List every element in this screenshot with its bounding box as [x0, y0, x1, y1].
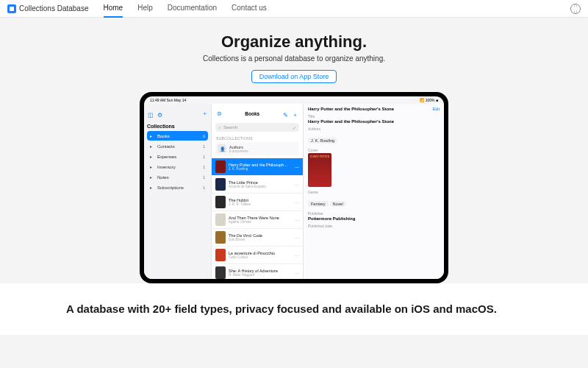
brand[interactable]: Collections Database	[7, 4, 89, 13]
nav-documentation[interactable]: Documentation	[168, 0, 217, 18]
brand-name: Collections Database	[19, 4, 89, 13]
author-chip[interactable]: J. K. Rowling	[308, 138, 337, 144]
book-cover-thumb	[215, 266, 226, 279]
add-item-icon[interactable]: +	[292, 112, 298, 118]
book-cover-thumb	[215, 178, 226, 191]
search-icon: ⌕	[218, 125, 221, 130]
book-row[interactable]: She: A History of AdventureH. Rider Hagg…	[212, 264, 303, 279]
more-icon[interactable]: ⋯	[295, 270, 299, 275]
language-icon[interactable]	[570, 4, 581, 14]
book-row[interactable]: The Little PrinceAntoine de Saint-Exupér…	[212, 176, 303, 194]
status-battery: 📶 100% ■	[420, 98, 438, 102]
book-list: Harry Potter and the Philosoph…J. K. Row…	[212, 158, 303, 279]
collection-icon: ▸	[150, 144, 155, 149]
status-time: 11:49 AM Sun May 14	[150, 98, 186, 102]
field-date-label: Published date	[308, 224, 440, 228]
book-row[interactable]: The Da Vinci CodeDan Brown⋯	[212, 229, 303, 247]
list-pane: ⊜ Books ✎ + ⌕ Search ⤢ SUBCOLLECTIONS 👤 …	[212, 104, 304, 279]
more-icon[interactable]: ⋯	[295, 217, 299, 222]
nav-contact[interactable]: Contact us	[232, 0, 267, 18]
compose-icon[interactable]: ✎	[282, 112, 289, 118]
book-row[interactable]: Le avventure di PinocchioCarlo Collodi⋯	[212, 247, 303, 264]
genre-chip[interactable]: Novel	[330, 201, 346, 207]
field-publisher-label: Publisher	[308, 211, 440, 216]
sidebar: ◫ ⚙ + Collections ▸Books6▸Contacts1▸Expe…	[144, 104, 212, 279]
book-row[interactable]: Harry Potter and the Philosoph…J. K. Row…	[212, 158, 303, 176]
book-cover-thumb	[215, 196, 226, 208]
subcollections-header: SUBCOLLECTIONS	[212, 135, 303, 142]
book-cover-thumb	[215, 213, 226, 226]
book-cover-thumb	[215, 160, 226, 173]
top-nav: Collections Database Home Help Documenta…	[0, 0, 588, 18]
collection-icon: ▸	[150, 164, 155, 169]
more-icon[interactable]: ⋯	[295, 199, 299, 205]
search-placeholder: Search	[223, 125, 290, 130]
detail-title: Harry Potter and the Philosopher's Stone	[308, 107, 433, 111]
main-nav: Home Help Documentation Contact us	[104, 0, 267, 18]
field-publisher-value: Pottermore Publishing	[308, 216, 440, 221]
detail-pane: Harry Potter and the Philosopher's Stone…	[304, 104, 444, 279]
field-title-value: Harry Potter and the Philosopher's Stone	[308, 119, 440, 124]
hero: Organize anything. Collections is a pers…	[0, 18, 588, 92]
sidebar-item-books[interactable]: ▸Books6	[147, 131, 208, 141]
collection-icon: ▸	[150, 133, 155, 138]
sidebar-item-notes[interactable]: ▸Notes1	[147, 172, 208, 182]
field-genre-label: Genre	[308, 190, 440, 194]
feature-band: A database with 20+ field types, privacy…	[0, 283, 588, 335]
ipad-screen: 11:49 AM Sun May 14 📶 100% ■ ◫ ⚙ + Colle…	[144, 96, 444, 279]
brand-icon	[7, 4, 16, 13]
sidebar-item-inventory[interactable]: ▸Inventory1	[147, 162, 208, 171]
expand-icon[interactable]: ⤢	[293, 125, 296, 130]
book-cover-thumb	[215, 249, 226, 261]
collection-icon: ▸	[150, 174, 155, 180]
subcollection-authors[interactable]: 👤 Authors6 documents	[215, 142, 299, 155]
genre-chip[interactable]: Fantasy	[308, 201, 329, 207]
edit-button[interactable]: Edit	[433, 107, 440, 111]
sidebar-toggle-icon[interactable]: ◫	[147, 112, 154, 118]
sidebar-item-contacts[interactable]: ▸Contacts1	[147, 141, 208, 151]
download-button[interactable]: Download on App Store	[251, 70, 337, 83]
sidebar-item-subscriptions[interactable]: ▸Subscriptions1	[147, 183, 208, 192]
sidebar-title: Collections	[147, 124, 208, 129]
list-title: Books	[245, 111, 259, 116]
field-title-label: Title	[308, 114, 440, 118]
nav-help[interactable]: Help	[137, 0, 153, 18]
filter-icon[interactable]: ⊜	[216, 110, 223, 117]
more-icon[interactable]: ⋯	[295, 182, 299, 187]
cover-image: HARRY POTTER	[308, 153, 331, 187]
nav-home[interactable]: Home	[104, 0, 123, 18]
book-cover-thumb	[215, 231, 226, 244]
hero-headline: Organize anything.	[0, 32, 588, 52]
settings-icon[interactable]: ⚙	[157, 112, 163, 118]
search-input[interactable]: ⌕ Search ⤢	[215, 123, 299, 132]
ipad-mockup: 11:49 AM Sun May 14 📶 100% ■ ◫ ⚙ + Colle…	[140, 92, 448, 283]
feature-headline: A database with 20+ field types, privacy…	[66, 302, 522, 316]
more-icon[interactable]: ⋯	[295, 235, 299, 240]
field-cover-label: Cover	[308, 148, 440, 152]
more-icon[interactable]: ⋯	[295, 252, 299, 258]
field-authors-label: Authors	[308, 127, 440, 131]
sidebar-item-expenses[interactable]: ▸Expenses1	[147, 152, 208, 161]
collection-icon: ▸	[150, 185, 155, 190]
book-row[interactable]: And Then There Were NoneAgatha Christie⋯	[212, 211, 303, 229]
collection-icon: ▸	[150, 154, 155, 159]
add-collection-icon[interactable]: +	[201, 110, 208, 117]
person-icon: 👤	[218, 144, 226, 153]
hero-subtitle: Collections is a personal database to or…	[0, 54, 588, 63]
status-bar: 11:49 AM Sun May 14 📶 100% ■	[144, 96, 444, 104]
more-icon[interactable]: ⋯	[295, 164, 299, 169]
book-row[interactable]: The HobbitJ. R. R. Tolkien⋯	[212, 194, 303, 211]
